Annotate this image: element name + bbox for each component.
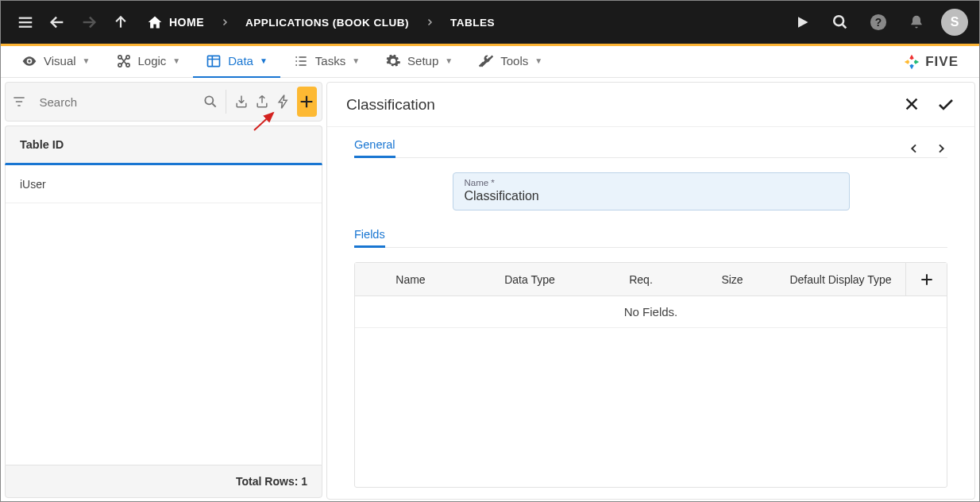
list-footer: Total Rows: 1 (5, 465, 322, 498)
tools-icon (478, 53, 494, 69)
close-icon (903, 95, 920, 113)
import-icon[interactable] (233, 88, 250, 115)
menu-setup-label: Setup (407, 54, 438, 68)
detail-title: Classification (346, 96, 435, 114)
save-button[interactable] (936, 95, 955, 114)
col-name: Name (355, 273, 466, 286)
name-input[interactable] (465, 189, 838, 203)
detail-header: Classification (327, 83, 974, 127)
svg-rect-1 (19, 21, 33, 23)
plus-icon (298, 93, 315, 110)
chevron-left-icon (908, 142, 920, 155)
next-section-button[interactable] (935, 142, 947, 155)
name-field[interactable]: Name * (453, 172, 850, 210)
col-datatype: Data Type (466, 273, 593, 286)
chevron-right-icon (422, 17, 438, 27)
table-list: iUser (5, 165, 322, 465)
up-icon[interactable] (107, 9, 134, 36)
add-button[interactable] (297, 87, 317, 117)
col-default-display-type: Default Display Type (776, 273, 905, 286)
avatar[interactable]: S (941, 9, 968, 36)
home-icon (147, 14, 163, 30)
menu-visual-label: Visual (44, 54, 76, 68)
menu-bar: Visual ▼ Logic ▼ Data ▼ Tasks ▼ Setup ▼ … (1, 46, 979, 78)
lightning-icon[interactable] (274, 88, 291, 115)
chevron-right-icon (217, 17, 233, 27)
five-logo-icon (903, 53, 920, 71)
svg-rect-11 (208, 56, 220, 66)
menu-tools-label: Tools (500, 54, 528, 68)
table-row[interactable]: iUser (6, 165, 322, 203)
menu-logic[interactable]: Logic ▼ (103, 46, 194, 78)
bell-icon[interactable] (903, 9, 930, 36)
svg-point-12 (205, 96, 213, 104)
top-bar: HOME APPLICATIONS (BOOK CLUB) TABLES ? S (1, 1, 979, 44)
caret-down-icon: ▼ (260, 56, 268, 65)
menu-tasks[interactable]: Tasks ▼ (280, 46, 372, 78)
list-header-label: Table ID (20, 138, 64, 151)
chevron-right-icon (935, 142, 947, 155)
table-row-label: iUser (20, 178, 46, 191)
hamburger-icon[interactable] (12, 9, 39, 36)
add-field-button[interactable] (905, 263, 947, 295)
breadcrumb-tables[interactable]: TABLES (442, 17, 503, 29)
gear-icon (385, 53, 401, 69)
forward-icon (75, 9, 102, 36)
fields-empty-label: No Fields. (355, 296, 947, 328)
caret-down-icon: ▼ (172, 56, 180, 65)
brand-label: FIVE (925, 54, 959, 70)
caret-down-icon: ▼ (445, 56, 453, 65)
table-icon (206, 53, 222, 69)
search-input[interactable] (31, 95, 198, 109)
eye-icon (21, 53, 37, 69)
menu-tasks-label: Tasks (315, 54, 345, 68)
col-req: Req. (593, 273, 689, 286)
plus-icon (919, 272, 935, 288)
svg-point-3 (834, 16, 843, 25)
tab-general[interactable]: General (354, 138, 395, 158)
svg-rect-2 (19, 26, 33, 28)
search-toolbar (5, 82, 322, 122)
left-panel: Table ID iUser Total Rows: 1 (1, 78, 326, 502)
name-label: Name * (465, 178, 838, 187)
back-icon[interactable] (44, 9, 71, 36)
caret-down-icon: ▼ (352, 56, 360, 65)
list-header: Table ID (5, 126, 322, 165)
tab-fields[interactable]: Fields (354, 228, 385, 248)
menu-data[interactable]: Data ▼ (193, 46, 280, 78)
search-icon[interactable] (201, 88, 218, 115)
menu-tools[interactable]: Tools ▼ (465, 46, 555, 78)
breadcrumb-home[interactable]: HOME (139, 14, 212, 30)
logic-icon (116, 53, 132, 69)
check-icon (936, 95, 955, 114)
help-icon[interactable]: ? (865, 9, 892, 36)
breadcrumb-home-label: HOME (169, 16, 204, 29)
caret-down-icon: ▼ (534, 56, 542, 65)
svg-point-6 (28, 60, 30, 62)
menu-visual[interactable]: Visual ▼ (9, 46, 103, 78)
svg-text:?: ? (875, 17, 882, 29)
menu-setup[interactable]: Setup ▼ (372, 46, 465, 78)
filter-icon[interactable] (10, 88, 28, 115)
caret-down-icon: ▼ (83, 56, 91, 65)
total-rows-label: Total Rows: 1 (236, 475, 307, 488)
right-panel: Classification General (326, 78, 979, 502)
search-global-icon[interactable] (827, 9, 854, 36)
brand-logo: FIVE (903, 53, 971, 71)
close-button[interactable] (903, 95, 920, 114)
svg-rect-0 (19, 17, 33, 19)
menu-logic-label: Logic (138, 54, 167, 68)
fields-table: Name Data Type Req. Size Default Display… (354, 262, 947, 488)
breadcrumb-applications[interactable]: APPLICATIONS (BOOK CLUB) (237, 17, 417, 29)
tasks-icon (293, 53, 309, 69)
menu-data-label: Data (228, 54, 253, 68)
prev-section-button[interactable] (908, 142, 920, 155)
col-size: Size (689, 273, 776, 286)
export-icon[interactable] (253, 88, 271, 115)
play-icon[interactable] (789, 9, 816, 36)
